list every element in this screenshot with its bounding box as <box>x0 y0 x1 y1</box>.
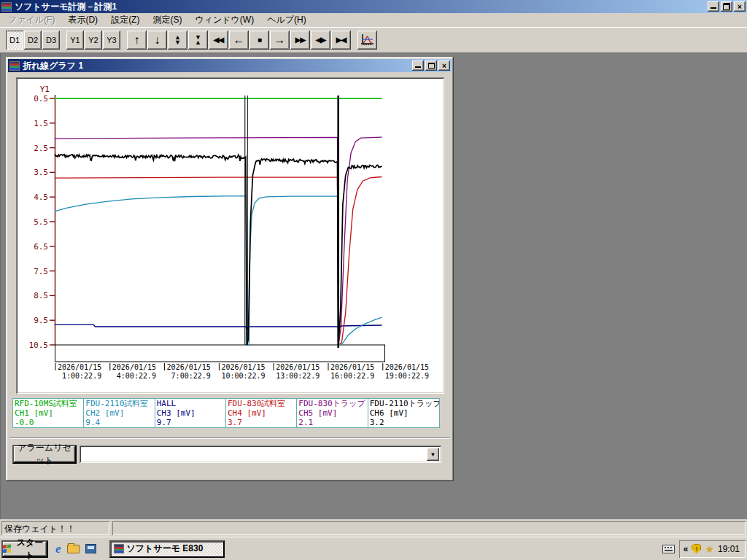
tray-panel: « ! ★ 19:01 <box>679 540 746 558</box>
legend-cell-ch5: FDU-830トラップCH5 [mV]2.1 <box>297 399 368 427</box>
task-button-softthermo[interactable]: ソフトサーモ E830 <box>109 540 225 558</box>
legend-channel-value: 3.2 <box>370 418 438 427</box>
graph-window: 折れ線グラフ 1 × Y10.51.52.53.54.55.56.57.58.5… <box>6 57 454 481</box>
legend-cell-ch3: HALLCH3 [mV]9.7 <box>155 399 226 427</box>
menu-item-d[interactable]: 表示(D) <box>61 12 104 28</box>
svg-text:2026/01/15: 2026/01/15 <box>330 363 374 371</box>
rewind-button[interactable]: ◀◀ <box>209 31 228 50</box>
scroll-up-button[interactable]: ↑ <box>127 31 147 50</box>
legend-channel-name: FDU-830トラップ <box>298 399 365 408</box>
graph-settings-button[interactable] <box>357 31 377 50</box>
show-desktop-icon[interactable] <box>85 544 96 553</box>
restore-button[interactable] <box>721 1 732 12</box>
legend-cell-ch6: FDU-2110トラップCH6 [mV]3.2 <box>368 399 439 427</box>
minimize-icon <box>711 3 716 9</box>
toolbar-button-y2[interactable]: Y2 <box>85 31 102 50</box>
graph-window-title: 折れ線グラフ 1 <box>23 60 83 72</box>
channel-legend: RFD-10MS試料室CH1 [mV]-0.0FDU-2110試料室CH2 [m… <box>12 398 440 428</box>
combobox-dropdown-button[interactable]: ▼ <box>427 448 439 461</box>
legend-channel-unit: CH4 [mV] <box>228 408 295 418</box>
graph-maximize-button[interactable] <box>425 61 437 71</box>
toolbar-button-y3[interactable]: Y3 <box>103 31 120 50</box>
minimize-button[interactable] <box>708 1 719 12</box>
scroll-down-button[interactable]: ↓ <box>147 31 167 50</box>
tray-collapse-icon[interactable]: « <box>684 544 689 554</box>
legend-channel-name: HALL <box>157 399 224 408</box>
stop-button[interactable]: ■ <box>249 31 269 50</box>
svg-text:10.5: 10.5 <box>29 341 49 350</box>
start-button[interactable]: スタート <box>1 540 48 558</box>
expand-vertical-button[interactable]: ▲ ▼ <box>168 31 187 50</box>
svg-text:4.5: 4.5 <box>34 192 48 202</box>
menu-item-w[interactable]: ウィンドウ(W) <box>188 12 260 28</box>
legend-channel-value: 2.1 <box>298 418 365 427</box>
toolbar-button-d2[interactable]: D2 <box>24 31 42 50</box>
keyboard-layout-icon[interactable] <box>662 545 675 553</box>
legend-channel-unit: CH5 [mV] <box>298 408 365 418</box>
status-message: 保存ウェイト！！ <box>1 521 109 535</box>
legend-cell-ch4: FDU-830試料室CH4 [mV]3.7 <box>226 399 297 427</box>
expand-horizontal-button[interactable]: ◀▶ <box>311 31 330 50</box>
fast-forward-button[interactable]: ▶▶ <box>290 31 310 50</box>
legend-channel-value: 9.4 <box>85 418 152 427</box>
quick-launch: e <box>55 542 96 555</box>
svg-text:7:00:22.9: 7:00:22.9 <box>171 372 211 380</box>
restore-icon <box>723 3 730 10</box>
toolbar-button-d3[interactable]: D3 <box>42 31 60 50</box>
compress-vertical-button[interactable]: ▼ ▲ <box>188 31 208 50</box>
star-icon[interactable]: ★ <box>705 544 714 554</box>
minimize-icon <box>415 62 421 68</box>
svg-text:2026/01/15: 2026/01/15 <box>112 363 156 371</box>
svg-text:3.5: 3.5 <box>34 168 48 177</box>
step-right-button[interactable]: → <box>270 31 290 50</box>
svg-text:2026/01/15: 2026/01/15 <box>385 363 429 371</box>
legend-cell-ch1: RFD-10MS試料室CH1 [mV]-0.0 <box>13 399 84 427</box>
menubar: ファイル(F)表示(D)設定(Z)測定(S)ウィンドウ(W)ヘルプ(H) <box>0 13 747 27</box>
close-button[interactable]: × <box>734 1 746 12</box>
svg-text:4:00:22.9: 4:00:22.9 <box>117 372 156 380</box>
svg-text:19:00:22.9: 19:00:22.9 <box>385 372 429 380</box>
menu-item-s[interactable]: 測定(S) <box>146 12 188 28</box>
toolbar: D1D2D3 Y1Y2Y3 ↑↓▲ ▼▼ ▲◀◀←■→▶▶◀▶▶◀ <box>0 27 747 52</box>
internet-explorer-icon[interactable]: e <box>55 542 61 555</box>
legend-channel-value: 3.7 <box>228 418 295 427</box>
windows-logo-icon <box>3 545 11 553</box>
svg-text:7.5: 7.5 <box>34 267 48 276</box>
graph-window-icon <box>9 61 20 71</box>
status-panel <box>112 521 746 535</box>
svg-text:8.5: 8.5 <box>34 291 48 300</box>
svg-text:2.5: 2.5 <box>34 144 48 153</box>
line-chart: Y10.51.52.53.54.55.56.57.58.59.510.52026… <box>16 77 444 394</box>
graph-minimize-button[interactable] <box>412 61 424 71</box>
svg-text:16:00:22.9: 16:00:22.9 <box>330 372 374 380</box>
separator <box>9 438 450 439</box>
svg-text:6.5: 6.5 <box>34 242 48 252</box>
mdi-background: 折れ線グラフ 1 × Y10.51.52.53.54.55.56.57.58.5… <box>0 52 747 519</box>
svg-text:9.5: 9.5 <box>34 316 48 325</box>
close-icon: × <box>738 3 742 11</box>
alarm-combobox[interactable]: ▼ <box>80 446 441 463</box>
graph-icon <box>360 34 374 47</box>
series-ch6 <box>55 154 382 345</box>
legend-channel-unit: CH6 [mV] <box>370 408 438 418</box>
legend-channel-name: FDU-2110試料室 <box>85 399 152 408</box>
toolbar-button-y1[interactable]: Y1 <box>66 31 84 50</box>
toolbar-button-d1[interactable]: D1 <box>6 31 23 50</box>
menu-item-z[interactable]: 設定(Z) <box>104 12 146 28</box>
alarm-reset-button[interactable]: アラームリセット <box>12 445 77 464</box>
svg-text:Y1: Y1 <box>40 85 50 94</box>
series-ch3 <box>55 324 382 329</box>
chevron-down-icon: ▼ <box>430 451 436 458</box>
svg-text:2026/01/15: 2026/01/15 <box>58 363 101 371</box>
menu-item-h[interactable]: ヘルプ(H) <box>260 12 313 28</box>
main-titlebar: ソフトサーモ計測－計測1 × <box>0 0 747 13</box>
folder-icon[interactable] <box>67 545 80 553</box>
svg-text:2026/01/15: 2026/01/15 <box>221 363 265 371</box>
compress-horizontal-button[interactable]: ▶◀ <box>331 31 351 50</box>
graph-close-button[interactable]: × <box>438 61 450 71</box>
taskbar-clock: 19:01 <box>718 544 740 554</box>
security-shield-icon[interactable]: ! <box>692 544 701 554</box>
graph-window-client: Y10.51.52.53.54.55.56.57.58.59.510.52026… <box>8 72 452 478</box>
taskbar: スタート e ソフトサーモ E830 « ! ★ 19:01 <box>0 537 747 560</box>
step-left-button[interactable]: ← <box>229 31 249 50</box>
